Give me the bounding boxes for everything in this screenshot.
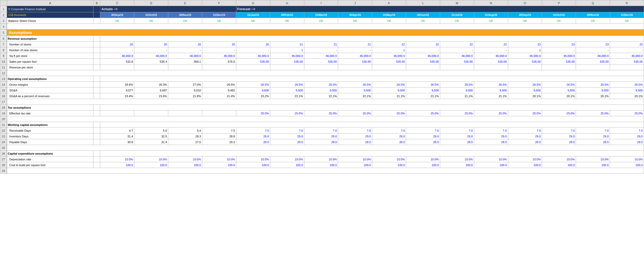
depr-oct15[interactable]: 10.0% bbox=[134, 156, 168, 162]
cost-build-nov16[interactable]: 100.0 bbox=[576, 162, 610, 168]
cost-build-aug16[interactable]: 100.0 bbox=[474, 162, 508, 168]
row-23[interactable]: 23 Inventory Days 31.4 32.5 28.3 28.8 29… bbox=[0, 133, 644, 139]
pay-days-nov15[interactable]: 27.5 bbox=[168, 139, 202, 145]
sales-sqft-sep15[interactable]: 532.8 bbox=[100, 59, 134, 65]
row-16[interactable]: 16 SG&A as a percent of revenues 23.4% 2… bbox=[0, 93, 644, 99]
sga-may16[interactable]: 9,500 bbox=[372, 88, 406, 93]
recv-days-feb16[interactable]: 7.0 bbox=[270, 128, 304, 133]
new-stores-oct15[interactable]: - bbox=[134, 47, 168, 53]
sga-dec15[interactable]: 9,482 bbox=[202, 88, 236, 93]
cost-build-sep16[interactable]: 100.0 bbox=[508, 162, 542, 168]
sga-mar16[interactable]: 9,500 bbox=[304, 88, 338, 93]
tax-rate-jul16[interactable]: 25.0% bbox=[440, 110, 474, 116]
gross-margins-sep16[interactable]: 26.5% bbox=[508, 82, 542, 88]
recv-days-jun16[interactable]: 7.0 bbox=[406, 128, 440, 133]
pay-days-aug16[interactable]: 28.0 bbox=[474, 139, 508, 145]
depr-mar16[interactable]: 10.0% bbox=[304, 156, 338, 162]
cost-build-feb16[interactable]: 100.0 bbox=[270, 162, 304, 168]
sga-oct15[interactable]: 9,687 bbox=[134, 88, 168, 93]
depr-sep16[interactable]: 10.0% bbox=[508, 156, 542, 162]
cost-build-apr16[interactable]: 100.0 bbox=[338, 162, 372, 168]
depr-may16[interactable]: 10.0% bbox=[372, 156, 406, 162]
pay-days-jan16[interactable]: 28.0 bbox=[236, 139, 270, 145]
sga-pct-jun16[interactable]: 21.1% bbox=[406, 93, 440, 99]
sales-sqft-jul16[interactable]: 535.00 bbox=[440, 59, 474, 65]
depr-feb16[interactable]: 10.0% bbox=[270, 156, 304, 162]
new-stores-jan16[interactable]: - bbox=[236, 47, 270, 53]
col-letter-r[interactable]: R bbox=[610, 0, 644, 6]
new-stores-oct16[interactable]: - bbox=[542, 47, 576, 53]
sqft-mar16[interactable]: 46,000.0 bbox=[304, 53, 338, 59]
new-stores-sep15[interactable]: - bbox=[100, 47, 134, 53]
sqft-oct16[interactable]: 46,000.0 bbox=[542, 53, 576, 59]
cost-build-may16[interactable]: 100.0 bbox=[372, 162, 406, 168]
sga-pct-jul16[interactable]: 21.1% bbox=[440, 93, 474, 99]
new-stores-apr16[interactable]: - bbox=[338, 47, 372, 53]
col-letter-o[interactable]: O bbox=[508, 0, 542, 6]
sales-sqft-may16[interactable]: 535.00 bbox=[372, 59, 406, 65]
col-letter-j[interactable]: J bbox=[338, 0, 372, 6]
col-letter-k[interactable]: K bbox=[372, 0, 406, 6]
inv-days-nov15[interactable]: 28.3 bbox=[168, 133, 202, 139]
sales-sqft-sep16[interactable]: 535.00 bbox=[508, 59, 542, 65]
pay-days-apr16[interactable]: 28.0 bbox=[338, 139, 372, 145]
pay-days-dec16[interactable]: 28.0 bbox=[610, 139, 644, 145]
date-sep15[interactable]: 30/Sep/15 bbox=[100, 12, 134, 18]
sales-sqft-apr16[interactable]: 535.00 bbox=[338, 59, 372, 65]
sales-sqft-jun16[interactable]: 535.00 bbox=[406, 59, 440, 65]
inv-days-may16[interactable]: 29.0 bbox=[372, 133, 406, 139]
date-feb16[interactable]: 29/Feb/16 bbox=[270, 12, 304, 18]
sga-pct-mar16[interactable]: 22.1% bbox=[304, 93, 338, 99]
inv-days-jan16[interactable]: 29.0 bbox=[236, 133, 270, 139]
tax-rate-apr16[interactable]: 25.0% bbox=[338, 110, 372, 116]
num-stores-jan16[interactable]: 20 bbox=[236, 42, 270, 47]
tax-rate-feb16[interactable]: 25.0% bbox=[270, 110, 304, 116]
new-stores-sep16[interactable]: 1 bbox=[508, 47, 542, 53]
recv-days-oct15[interactable]: 5.0 bbox=[134, 128, 168, 133]
inv-days-dec16[interactable]: 29.0 bbox=[610, 133, 644, 139]
sales-sqft-feb16[interactable]: 535.00 bbox=[270, 59, 304, 65]
sga-pct-aug16[interactable]: 21.1% bbox=[474, 93, 508, 99]
gross-margins-nov15[interactable]: 27.0% bbox=[168, 82, 202, 88]
inv-days-oct15[interactable]: 32.5 bbox=[134, 133, 168, 139]
sga-pct-nov15[interactable]: 21.8% bbox=[168, 93, 202, 99]
depr-jul16[interactable]: 10.0% bbox=[440, 156, 474, 162]
col-letter-n[interactable]: N bbox=[474, 0, 508, 6]
depr-aug16[interactable]: 10.0% bbox=[474, 156, 508, 162]
row-11[interactable]: 11 Revenue per store bbox=[0, 65, 644, 70]
date-sep16[interactable]: 30/Sep/16 bbox=[508, 12, 542, 18]
num-stores-apr16[interactable]: 21 bbox=[338, 42, 372, 47]
pay-days-feb16[interactable]: 28.0 bbox=[270, 139, 304, 145]
sales-sqft-oct16[interactable]: 535.00 bbox=[542, 59, 576, 65]
date-dec16[interactable]: 31/Dec/16 bbox=[610, 12, 644, 18]
recv-days-jan16[interactable]: 7.0 bbox=[236, 128, 270, 133]
col-letter-h[interactable]: H bbox=[270, 0, 304, 6]
sga-pct-jan16[interactable]: 23.2% bbox=[236, 93, 270, 99]
sga-dec16[interactable]: 9,500 bbox=[610, 88, 644, 93]
pay-days-jul16[interactable]: 28.0 bbox=[440, 139, 474, 145]
recv-days-jul16[interactable]: 7.0 bbox=[440, 128, 474, 133]
row-8[interactable]: 8 Number of new stores - - - - - 1 - - 1… bbox=[0, 47, 644, 53]
sga-aug16[interactable]: 9,500 bbox=[474, 88, 508, 93]
pay-days-oct16[interactable]: 28.0 bbox=[542, 139, 576, 145]
num-stores-nov15[interactable]: 20 bbox=[168, 42, 202, 47]
sales-sqft-dec16[interactable]: 535.00 bbox=[610, 59, 644, 65]
sqft-apr16[interactable]: 46,000.0 bbox=[338, 53, 372, 59]
inv-days-apr16[interactable]: 29.0 bbox=[338, 133, 372, 139]
recv-days-nov15[interactable]: 5.4 bbox=[168, 128, 202, 133]
gross-margins-mar16[interactable]: 26.5% bbox=[304, 82, 338, 88]
recv-days-sep15[interactable]: 4.7 bbox=[100, 128, 134, 133]
num-stores-dec16[interactable]: 23 bbox=[610, 42, 644, 47]
inv-days-dec15[interactable]: 28.8 bbox=[202, 133, 236, 139]
recv-days-oct16[interactable]: 7.0 bbox=[542, 128, 576, 133]
row-15[interactable]: 15 SG&A 9,577 9,687 9,510 9,482 9,500 9,… bbox=[0, 88, 644, 93]
cost-build-dec16[interactable]: 100.0 bbox=[610, 162, 644, 168]
new-stores-feb16[interactable]: 1 bbox=[270, 47, 304, 53]
sga-apr16[interactable]: 9,500 bbox=[338, 88, 372, 93]
sga-jan16[interactable]: 9,500 bbox=[236, 88, 270, 93]
depr-oct16[interactable]: 10.0% bbox=[542, 156, 576, 162]
sqft-may16[interactable]: 46,000.0 bbox=[372, 53, 406, 59]
inv-days-jun16[interactable]: 29.0 bbox=[406, 133, 440, 139]
recv-days-apr16[interactable]: 7.0 bbox=[338, 128, 372, 133]
num-stores-sep15[interactable]: 20 bbox=[100, 42, 134, 47]
